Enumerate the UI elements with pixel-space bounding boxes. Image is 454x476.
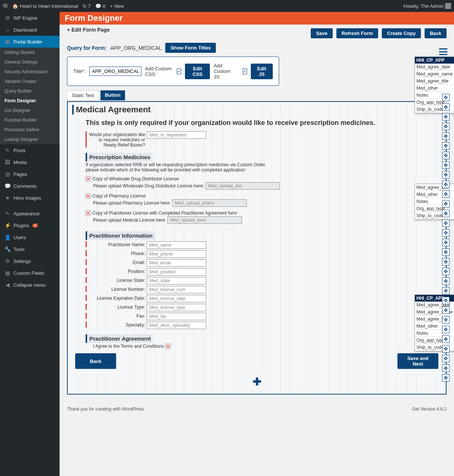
move-handle-icon[interactable]: ✥ [442, 268, 450, 275]
form-back-button[interactable]: Back [75, 353, 116, 369]
move-handle-icon[interactable]: ✥ [442, 142, 450, 149]
move-handle-icon[interactable]: ✥ [442, 200, 450, 208]
field-row[interactable]: Specialty:Med_desc_specialty [86, 322, 441, 329]
sub-lookup-designer[interactable]: Lookup Designer [0, 135, 60, 144]
move-handle-icon[interactable]: ✥ [442, 123, 450, 130]
back-button[interactable]: Back [425, 28, 447, 38]
field-row[interactable]: Position:Med_position [86, 268, 441, 276]
menu-portal-builder[interactable]: ▦Portal Builder [0, 36, 60, 48]
title-input[interactable] [89, 67, 141, 76]
move-handle-icon[interactable]: ✥ [442, 161, 450, 169]
menu-posts[interactable]: ✎Posts [0, 144, 60, 156]
wp-logo-icon[interactable]: ⓦ [3, 3, 8, 9]
show-titles-button[interactable]: Show Form Titles [165, 43, 216, 53]
upload-wholesale[interactable]: Please upload Wholesale Drug Distributor… [93, 182, 441, 190]
sub-list-designer[interactable]: List Designer [0, 106, 60, 115]
section-prescription[interactable]: Prescription Medicines [86, 153, 153, 161]
save-button[interactable]: Save [311, 28, 332, 38]
menu-plugins[interactable]: ⚡Plugins 6 [0, 219, 60, 231]
field-row[interactable]: Fax:Med_fax [86, 313, 441, 320]
howdy[interactable]: Howdy, The Admin [403, 3, 451, 9]
field-row[interactable]: License State:Med_state [86, 277, 441, 284]
cb-practitioner[interactable]: MCopy of Practitioner License with Compl… [86, 210, 441, 216]
field-row[interactable]: License Number:Med_license_num [86, 286, 441, 293]
menu-hero-images[interactable]: ★Hero Images [0, 192, 60, 204]
move-handle-icon[interactable]: ✥ [442, 190, 450, 198]
move-handle-icon[interactable]: ✥ [442, 277, 450, 285]
move-handle-icon[interactable]: ✥ [442, 335, 450, 343]
menu-custom-fields[interactable]: ▦Custom Fields [0, 267, 60, 279]
popup-row[interactable]: Med_agree_title [415, 78, 454, 85]
sub-form-designer[interactable]: Form Designer [0, 96, 60, 106]
rx-description[interactable]: If organization selected RRB or will be … [72, 161, 273, 176]
js-checkbox[interactable]: ✓ [243, 68, 247, 74]
move-handle-icon[interactable]: ✥ [442, 132, 450, 140]
sub-security-admin[interactable]: Security Administrator [0, 67, 60, 77]
menu-collapse[interactable]: ◀Collapse menu [0, 279, 60, 291]
move-handle-icon[interactable]: ✥ [442, 345, 450, 353]
form-save-next-button[interactable]: Save and Next [397, 353, 438, 369]
form-heading[interactable]: Medical Agreement [72, 105, 153, 115]
upload-medical[interactable]: Please upload Medical License here:Med_u… [93, 216, 441, 224]
sub-getting-started[interactable]: Getting Started [0, 48, 60, 57]
tab-static-text[interactable]: Static Text [67, 90, 99, 100]
field-row[interactable]: Email:Med_email [86, 259, 441, 267]
hamburger-icon[interactable] [439, 48, 447, 55]
move-handle-icon[interactable]: ✥ [442, 248, 450, 256]
field-row[interactable]: License Type:Med_license_type [86, 304, 441, 311]
move-handle-icon[interactable]: ✥ [442, 355, 450, 362]
add-element-button[interactable]: ✚ [72, 373, 441, 390]
site-link[interactable]: 🏠 Heart to Heart International [12, 3, 78, 9]
move-handle-icon[interactable]: ✥ [442, 306, 450, 314]
menu-pages[interactable]: ▤Pages [0, 168, 60, 180]
move-handle-icon[interactable]: ✥ [442, 258, 450, 266]
sub-procedure-define[interactable]: Procedure Define [0, 125, 60, 135]
section-practitioner-info[interactable]: Practitioner Information [86, 231, 155, 240]
menu-appearance[interactable]: ✎Appearance [0, 208, 60, 219]
move-handle-icon[interactable]: ✥ [442, 239, 450, 246]
sub-function-builder[interactable]: Function Builder [0, 115, 60, 125]
popup-row[interactable]: Med_agree_name [415, 71, 454, 78]
agree-row[interactable]: I Agree to the Terms and ConditionsM [93, 344, 441, 349]
sub-variable-creator[interactable]: Variable Creator [0, 77, 60, 86]
sub-general-settings[interactable]: General Settings [0, 57, 60, 67]
field-row[interactable]: Phone:Med_phone [86, 250, 441, 258]
move-handle-icon[interactable]: ✥ [442, 210, 450, 217]
move-handle-icon[interactable]: ✥ [442, 297, 450, 304]
section-practitioner-agreement[interactable]: Practitioner Agreement [86, 334, 153, 343]
move-handle-icon[interactable]: ✥ [442, 364, 450, 372]
menu-wp-engine[interactable]: ⚙WP Engine [0, 12, 60, 24]
comments-link[interactable]: 💬 0 [95, 3, 105, 9]
popup-row[interactable]: Med_other [415, 85, 454, 92]
move-handle-icon[interactable]: ✥ [442, 94, 450, 101]
move-handle-icon[interactable]: ✥ [442, 171, 450, 178]
upload-pharmacy[interactable]: Please upload Pharmacy License here:Med_… [93, 199, 441, 207]
popup-row[interactable]: Med_agree_date [415, 64, 454, 71]
new-link[interactable]: + New [110, 3, 124, 9]
move-handle-icon[interactable]: ✥ [442, 103, 450, 111]
refresh-button[interactable]: Refresh Form [336, 28, 378, 38]
move-handle-icon[interactable]: ✥ [442, 287, 450, 295]
menu-comments[interactable]: 💬Comments [0, 180, 60, 192]
menu-tools[interactable]: 🔧Tools [0, 243, 60, 255]
move-handle-icon[interactable]: ✥ [442, 374, 450, 382]
field-rx-requested[interactable]: Would your organization like to request … [86, 131, 441, 148]
move-handle-icon[interactable]: ✥ [442, 316, 450, 324]
menu-dashboard[interactable]: ⌂Dashboard [0, 24, 60, 36]
move-handle-icon[interactable]: ✥ [442, 181, 450, 188]
css-checkbox[interactable]: ✓ [177, 68, 181, 74]
move-handle-icon[interactable]: ✥ [442, 219, 450, 227]
menu-media[interactable]: 🖼Media [0, 156, 60, 168]
move-handle-icon[interactable]: ✥ [442, 152, 450, 159]
move-handle-icon[interactable]: ✥ [442, 326, 450, 333]
field-row[interactable]: License Expiration Date:Med_license_date [86, 295, 441, 302]
updates-link[interactable]: ↻ 7 [83, 3, 91, 9]
menu-settings[interactable]: ⚙Settings [0, 255, 60, 267]
cb-pharmacy[interactable]: MCopy of Pharmacy License [86, 193, 441, 199]
field-row[interactable]: Practitioner Name:Med_name [86, 241, 441, 249]
edit-js-button[interactable]: Edit JS [251, 64, 273, 79]
move-handle-icon[interactable]: ✥ [442, 113, 450, 120]
tab-button[interactable]: Button [100, 90, 125, 100]
create-copy-button[interactable]: Create Copy [382, 28, 421, 38]
sub-query-builder[interactable]: Query Builder [0, 86, 60, 96]
